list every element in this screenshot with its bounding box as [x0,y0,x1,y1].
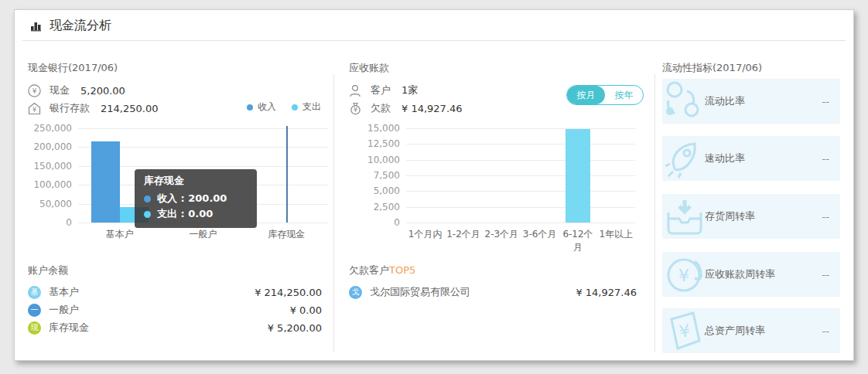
legend-item-income[interactable]: 收入 [247,100,276,114]
inventory-turnover-value: -- [822,211,829,223]
quick-ratio-label: 速动比率 [705,151,745,165]
bank-deposit-value: 214,250.00 [101,103,158,114]
current-ratio-value: -- [822,96,829,107]
debt-customers-top5: TOP5 [389,264,415,276]
svg-text:¥: ¥ [32,87,37,95]
header-divider [22,40,846,41]
basic-account-badge: 基 [28,286,41,299]
cash-label: 现金 [50,83,70,97]
account-balance-title: 账户余额 [28,264,68,277]
toggle-by-year[interactable]: 按年 [605,86,643,104]
debt-value: ¥ 14,927.46 [402,103,463,114]
liquidity-section-title: 流动性指标(2017/06) [662,61,762,75]
tooltip-row: 支出 : 0.00 [144,206,246,222]
y-gridline [406,207,635,208]
cash-stat-row: ¥ 现金 5,200.00 [28,83,125,97]
receivables-section-title: 应收账款 [349,61,389,75]
cash-flow-panel: 现金流分析 现金银行(2017/06) ¥ 现金 5,200.00 ¥ 银行存款… [14,9,854,361]
inventory-icon [664,196,706,237]
current-ratio-label: 流动比率 [705,94,745,108]
y-gridline [406,160,635,161]
cash-on-hand-badge: 现 [28,321,41,335]
inventory-turnover-label: 存货周转率 [705,209,755,223]
expense-legend-dot [292,104,298,110]
chart-bar[interactable] [91,141,120,223]
customer-icon [349,84,364,97]
y-axis-tick-label: 100,000 [28,179,72,190]
y-axis-tick-label: 15,000 [349,123,400,134]
x-axis-tick-label: 2-3个月 [483,228,521,241]
cash-bank-section-title: 现金银行(2017/06) [28,61,118,75]
receivable-turnover-value: -- [822,269,829,280]
dashboard-background: 现金流分析 现金银行(2017/06) ¥ 现金 5,200.00 ¥ 银行存款… [0,0,868,374]
cash-on-hand-value: ¥ 5,200.00 [268,322,322,334]
bar-chart-icon [30,20,43,32]
indicator-card-asset-turnover[interactable]: ¥ 总资产周转率 -- [662,308,840,353]
customer-badge: 戈 [349,286,362,299]
y-axis-tick-label: 5,000 [349,185,400,196]
y-axis-tick-label: 150,000 [28,161,72,172]
svg-text:¥: ¥ [354,107,357,114]
x-axis-tick-label: 一般户 [162,228,245,241]
tooltip-row: 收入 : 200.00 [144,191,246,206]
y-axis-tick-label: 0 [28,217,72,228]
general-account-value: ¥ 0.00 [290,304,322,316]
debt-label: 欠款 [371,101,391,115]
y-axis-tick-label: 0 [349,217,400,228]
asset-turnover-icon: ¥ [664,310,706,352]
x-axis-tick-label: 1年以上 [597,228,635,241]
legend-income-label: 收入 [258,100,276,114]
y-gridline [406,144,635,144]
debt-customers-prefix: 欠款客户 [349,264,389,276]
legend-item-expense[interactable]: 支出 [292,100,321,114]
yen-circle-icon: ¥ [28,84,43,97]
y-axis-tick-label: 12,500 [349,138,400,149]
page-title: 现金流分析 [50,18,111,34]
svg-text:¥: ¥ [678,321,691,342]
tooltip-title: 库存现金 [144,174,246,188]
receivables-aging-bar-chart[interactable]: 02,5005,0007,50010,00012,50015,0001个月内1-… [349,126,644,240]
asset-turnover-value: -- [822,325,829,337]
y-axis-tick-label: 10,000 [349,155,400,165]
rocket-icon [664,138,706,179]
period-toggle: 按月 按年 [566,85,644,105]
customer-debt-value: ¥ 14,927.46 [576,287,637,298]
y-gridline [78,128,328,129]
hover-axis-pointer-line [286,126,288,223]
receivable-turnover-icon: ¥ [664,253,706,295]
indicator-card-receivable-turnover[interactable]: ¥ 应收账款周转率 -- [662,252,840,297]
tooltip-expense-text: 支出 : 0.00 [157,206,213,222]
indicator-card-quick-ratio[interactable]: 速动比率 -- [662,136,840,181]
customer-label: 客户 [371,83,391,97]
balance-row-basic: 基 基本户 ¥ 214,250.00 [28,285,322,299]
indicator-card-inventory-turnover[interactable]: 存货周转率 -- [662,194,840,239]
bank-stat-row: ¥ 银行存款 214,250.00 [28,101,158,115]
panel-header: 现金流分析 [30,18,111,34]
svg-text:¥: ¥ [678,266,689,285]
basic-account-label: 基本户 [49,285,255,299]
svg-text:¥: ¥ [32,107,36,114]
general-account-label: 一般户 [49,303,290,317]
x-axis-tick-label: 1-2个月 [444,228,482,241]
cash-bank-bar-chart[interactable]: 库存现金 收入 : 200.00 支出 : 0.00 050,000100,00… [28,126,330,240]
indicator-card-current-ratio[interactable]: 流动比率 -- [662,79,840,124]
debt-customers-title: 欠款客户TOP5 [349,264,415,277]
y-axis-tick-label: 50,000 [28,199,72,209]
income-legend-dot [247,104,253,110]
chart-legend: 收入 支出 [247,100,321,114]
chart-tooltip: 库存现金 收入 : 200.00 支出 : 0.00 [135,169,257,228]
x-axis-tick-label: 库存现金 [244,228,328,241]
column-divider [333,74,334,352]
customer-count-value: 1家 [402,83,418,97]
y-gridline [406,175,635,176]
y-axis-tick-label: 2,500 [349,202,400,212]
x-axis-tick-label: 3-6个月 [521,228,559,241]
chart-bar[interactable] [566,129,590,223]
debt-customer-row[interactable]: 戈 戈尔国际贸易有限公司 ¥ 14,927.46 [349,285,637,299]
customer-name: 戈尔国际贸易有限公司 [370,285,576,299]
y-gridline [406,223,635,223]
toggle-by-month[interactable]: 按月 [567,86,605,104]
cash-on-hand-label: 库存现金 [49,321,268,335]
basic-account-value: ¥ 214,250.00 [255,287,322,298]
moneybag-icon: ¥ [349,102,364,115]
